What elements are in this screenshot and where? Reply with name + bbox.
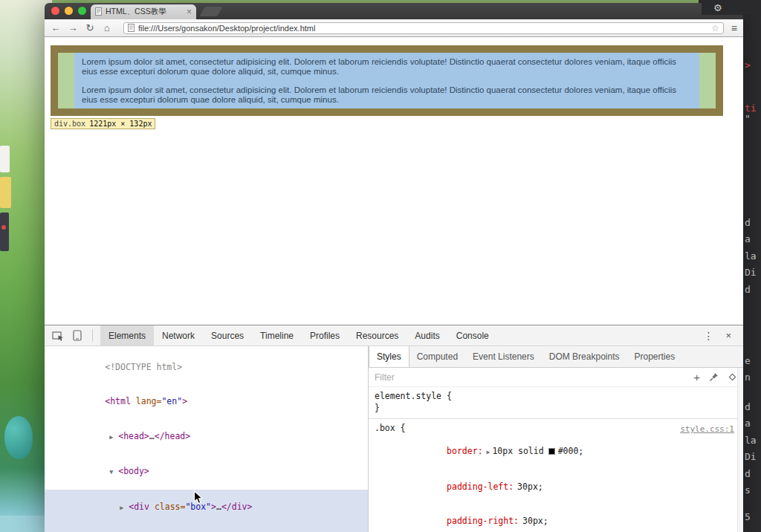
inspect-element-icon[interactable] [51, 325, 65, 346]
forward-button[interactable]: → [68, 22, 78, 33]
css-property-border[interactable]: border:▶10px solid#000; [375, 435, 737, 470]
lorem-paragraph: Lorem ipsum dolor sit amet, consectetur … [82, 57, 693, 77]
new-tab-button[interactable] [199, 7, 223, 16]
desktop-red-dot [1, 225, 6, 230]
tab-audits[interactable]: Audits [407, 325, 447, 346]
editor-code-fragment: n [745, 372, 751, 383]
editor-code-fragment: s [745, 484, 751, 496]
devtools-menu-icon[interactable]: ⋮ [696, 325, 721, 346]
editor-code-fragment: a [745, 418, 751, 429]
tab-title: HTML、CSS教學 [106, 7, 187, 17]
styles-tabs: Styles Computed Event Listeners DOM Brea… [369, 346, 743, 368]
window-close-button[interactable] [51, 7, 59, 15]
expand-shorthand-icon[interactable]: ▶ [487, 449, 490, 455]
pin-icon[interactable] [709, 372, 719, 382]
collapse-arrow-icon[interactable]: ▼ [109, 467, 118, 479]
rule-box[interactable]: style.css:1 .box { border:▶10px solid#00… [369, 419, 743, 532]
tab-close-icon[interactable]: × [187, 7, 192, 16]
editor-code-fragment: d [745, 284, 751, 295]
back-button[interactable]: ← [51, 22, 61, 33]
element-state-icon[interactable] [728, 372, 737, 382]
padding-highlight-left [58, 53, 74, 108]
stylesheet-link[interactable]: style.css:1 [680, 424, 734, 435]
editor-code-fragment: d [745, 217, 751, 228]
new-style-rule-icon[interactable]: + [693, 372, 700, 383]
editor-code-fragment: e [745, 355, 751, 366]
dom-html-open[interactable]: <html lang="en"> [45, 385, 368, 420]
styles-sidebar: Styles Computed Event Listeners DOM Brea… [369, 346, 743, 532]
editor-code-fragment: a [745, 233, 751, 244]
tab-favicon-icon [95, 5, 102, 19]
device-toolbar-icon[interactable] [70, 325, 85, 346]
editor-code-fragment: " [745, 113, 751, 124]
elements-tree: <!DOCTYPE html> <html lang="en"> ▶<head>… [45, 346, 369, 532]
editor-code-fragment: ti [745, 103, 757, 114]
tooltip-dimensions: 1221px × 132px [89, 120, 152, 128]
desktop-object [0, 213, 9, 251]
tab-resources[interactable]: Resources [348, 325, 407, 346]
tab-dom-breakpoints[interactable]: DOM Breakpoints [542, 346, 627, 367]
tab-styles[interactable]: Styles [369, 346, 409, 367]
home-button[interactable]: ⌂ [102, 22, 112, 33]
tab-network[interactable]: Network [154, 325, 203, 346]
padding-highlight-right [699, 53, 716, 108]
window-zoom-button[interactable] [78, 7, 86, 15]
styles-filter-row: Filter + [369, 368, 743, 387]
page-icon [128, 22, 135, 35]
dom-div-box[interactable]: ▶<div class="box">…</div> [45, 490, 368, 532]
browser-tab[interactable]: HTML、CSS教學 × [91, 4, 196, 19]
url-text: file:///Users/gonsakon/Desktop/project/i… [138, 24, 711, 33]
tab-sources[interactable]: Sources [203, 325, 252, 346]
tab-elements[interactable]: Elements [100, 325, 154, 346]
dom-doctype: <!DOCTYPE html> [45, 350, 368, 385]
editor-code-fragment: 5 [745, 511, 751, 522]
menubar-corner: ⚙ [702, 0, 761, 15]
content-highlight: Lorem ipsum dolor sit amet, consectetur … [74, 53, 699, 108]
mouse-cursor-icon [193, 490, 203, 505]
inspected-div-box: Lorem ipsum dolor sit amet, consectetur … [51, 45, 723, 116]
editor-code-fragment: la [745, 250, 757, 262]
editor-code-fragment: d [745, 468, 751, 479]
tab-bar: HTML、CSS教學 × [45, 3, 743, 19]
bookmark-star-icon[interactable]: ☆ [711, 23, 719, 33]
settings-gear-icon: ⚙ [713, 2, 722, 13]
devtools-panel: Elements Network Sources Timeline Profil… [45, 325, 743, 532]
expand-arrow-icon[interactable]: ▶ [109, 432, 118, 444]
scrollbar[interactable] [737, 368, 743, 532]
tab-timeline[interactable]: Timeline [252, 325, 302, 346]
devtools-tabs: Elements Network Sources Timeline Profil… [100, 325, 497, 346]
editor-code-fragment: d [745, 401, 751, 412]
browser-toolbar: ← → ↻ ⌂ file:///Users/gonsakon/Desktop/p… [45, 19, 743, 37]
desktop-photo [0, 146, 10, 172]
element-size-tooltip: div.box 1221px × 132px [51, 118, 155, 129]
chrome-menu-icon[interactable]: ≡ [731, 22, 737, 34]
editor-code-fragment: Di [745, 451, 757, 462]
editor-code-fragment: Di [745, 267, 757, 278]
window-minimize-button[interactable] [65, 7, 73, 15]
tab-event-listeners[interactable]: Event Listeners [465, 346, 542, 367]
color-swatch[interactable] [548, 448, 555, 455]
dom-head[interactable]: ▶<head>…</head> [45, 419, 368, 455]
rule-element-style[interactable]: element.style { } [369, 387, 743, 419]
css-property-padding-right[interactable]: padding-right:30px; [375, 505, 737, 532]
lorem-paragraph: Lorem ipsum dolor sit amet, consectetur … [82, 85, 693, 105]
expand-arrow-icon[interactable]: ▶ [120, 502, 129, 514]
editor-code-fragment: > [745, 59, 751, 71]
desktop-sticky-note [0, 177, 11, 208]
editor-code-fragment: la [745, 435, 757, 446]
devtools-close-icon[interactable]: × [721, 325, 736, 346]
devtools-toolbar: Elements Network Sources Timeline Profil… [45, 325, 743, 346]
wallpaper-balloon [4, 416, 33, 459]
filter-input[interactable]: Filter [375, 372, 684, 383]
dom-body-open[interactable]: ▼<body> [45, 455, 368, 490]
page-content: Lorem ipsum dolor sit amet, consectetur … [45, 37, 743, 325]
tab-computed[interactable]: Computed [409, 346, 465, 367]
tab-properties[interactable]: Properties [626, 346, 682, 367]
reload-button[interactable]: ↻ [85, 22, 95, 33]
address-bar[interactable]: file:///Users/gonsakon/Desktop/project/i… [123, 22, 724, 34]
tab-console[interactable]: Console [448, 325, 497, 346]
tooltip-selector: div.box [54, 120, 85, 128]
toolbar-divider [92, 329, 93, 342]
tab-profiles[interactable]: Profiles [302, 325, 348, 346]
css-property-padding-left[interactable]: padding-left:30px; [375, 470, 737, 505]
